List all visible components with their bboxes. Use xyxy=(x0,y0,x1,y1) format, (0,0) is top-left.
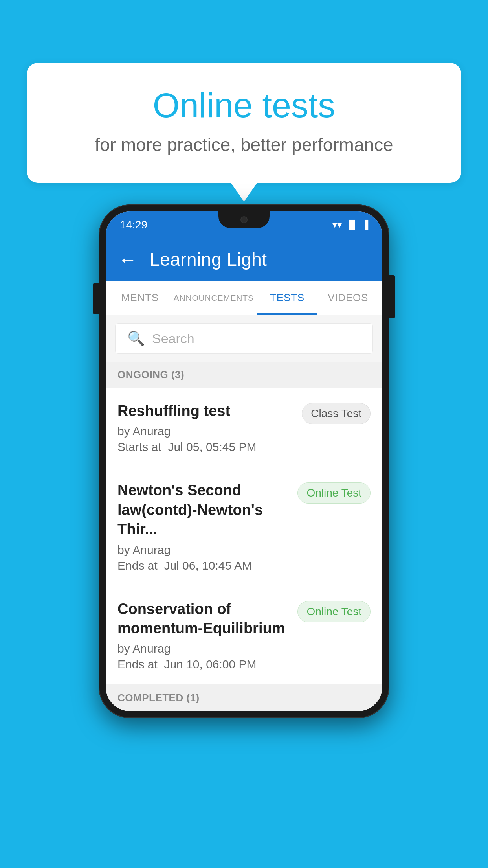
search-bar[interactable]: 🔍 Search xyxy=(115,323,373,354)
app-bar: ← Learning Light xyxy=(106,238,382,281)
phone-screen: 14:29 ▾▾ ▐▌ ▐ ← Learning Light xyxy=(106,211,382,711)
test-author-reshuffling: by Anurag xyxy=(117,425,294,438)
test-name-newtons: Newton's Second law(contd)-Newton's Thir… xyxy=(117,481,290,539)
phone-outer: 14:29 ▾▾ ▐▌ ▐ ← Learning Light xyxy=(99,204,389,718)
camera xyxy=(240,216,248,223)
tab-ments[interactable]: MENTS xyxy=(110,281,171,315)
status-icons: ▾▾ ▐▌ ▐ xyxy=(332,219,368,230)
tab-videos[interactable]: VIDEOS xyxy=(317,281,378,315)
ongoing-section-header: ONGOING (3) xyxy=(106,362,382,388)
notch xyxy=(218,211,270,228)
test-info-reshuffling: Reshuffling test by Anurag Starts at Jul… xyxy=(117,401,294,454)
test-item-conservation[interactable]: Conservation of momentum-Equilibrium by … xyxy=(106,586,382,685)
search-input[interactable]: Search xyxy=(152,331,194,346)
search-container: 🔍 Search xyxy=(106,315,382,362)
wifi-icon: ▾▾ xyxy=(332,219,342,230)
bubble-card: Online tests for more practice, better p… xyxy=(27,63,461,183)
test-badge-reshuffling: Class Test xyxy=(302,403,371,424)
tab-announcements[interactable]: ANNOUNCEMENTS xyxy=(171,281,257,315)
test-author-conservation: by Anurag xyxy=(117,642,290,655)
test-info-conservation: Conservation of momentum-Equilibrium by … xyxy=(117,600,290,671)
test-badge-conservation: Online Test xyxy=(297,601,371,622)
test-name-reshuffling: Reshuffling test xyxy=(117,401,294,421)
tab-bar: MENTS ANNOUNCEMENTS TESTS VIDEOS xyxy=(106,281,382,315)
test-item-newtons[interactable]: Newton's Second law(contd)-Newton's Thir… xyxy=(106,467,382,586)
bubble-title: Online tests xyxy=(58,86,430,125)
test-time-newtons: Ends at Jul 06, 10:45 AM xyxy=(117,559,290,572)
test-list: Reshuffling test by Anurag Starts at Jul… xyxy=(106,388,382,685)
battery-icon: ▐ xyxy=(362,220,368,230)
test-author-newtons: by Anurag xyxy=(117,543,290,557)
test-item-reshuffling[interactable]: Reshuffling test by Anurag Starts at Jul… xyxy=(106,388,382,467)
promo-bubble: Online tests for more practice, better p… xyxy=(27,63,461,183)
test-badge-newtons: Online Test xyxy=(297,482,371,504)
status-time: 14:29 xyxy=(120,219,147,231)
signal-icon: ▐▌ xyxy=(346,220,358,230)
test-info-newtons: Newton's Second law(contd)-Newton's Thir… xyxy=(117,481,290,572)
test-time-reshuffling: Starts at Jul 05, 05:45 PM xyxy=(117,440,294,454)
bubble-subtitle: for more practice, better performance xyxy=(58,134,430,155)
completed-section-header: COMPLETED (1) xyxy=(106,685,382,711)
test-name-conservation: Conservation of momentum-Equilibrium xyxy=(117,600,290,638)
status-bar: 14:29 ▾▾ ▐▌ ▐ xyxy=(106,211,382,238)
phone-mockup: 14:29 ▾▾ ▐▌ ▐ ← Learning Light xyxy=(99,204,389,718)
back-button[interactable]: ← xyxy=(118,249,137,270)
test-time-conservation: Ends at Jun 10, 06:00 PM xyxy=(117,658,290,671)
tab-tests[interactable]: TESTS xyxy=(257,281,318,315)
search-icon: 🔍 xyxy=(127,330,145,347)
app-title: Learning Light xyxy=(150,249,267,270)
